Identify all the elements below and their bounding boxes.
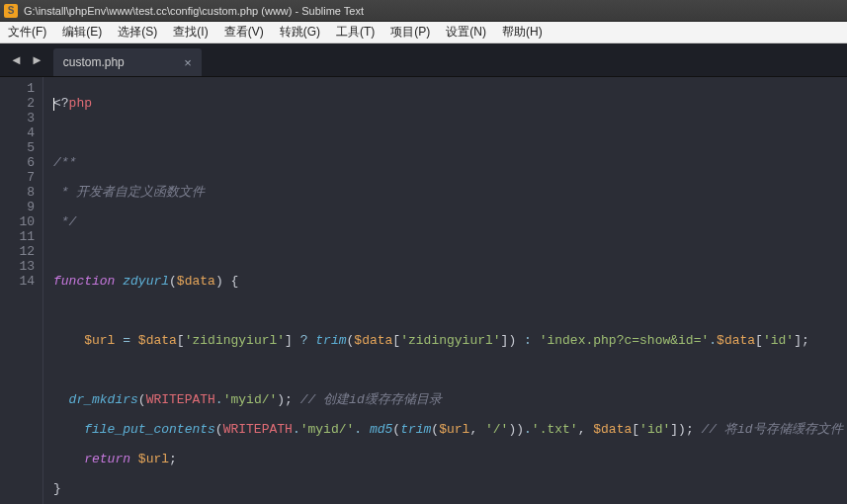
line-number-gutter: 1234567891011121314	[0, 77, 43, 504]
line-number: 3	[0, 111, 35, 126]
line-number: 10	[0, 214, 35, 229]
menu-prefs[interactable]: 设置(N)	[438, 22, 494, 43]
menu-view[interactable]: 查看(V)	[216, 22, 272, 43]
line-number: 6	[0, 155, 35, 170]
tab-nav: ◄ ►	[0, 42, 53, 76]
code-content[interactable]: <?php /** * 开发者自定义函数文件 */ function zdyur…	[43, 77, 843, 504]
window-title: G:\install\phpEnv\www\test.cc\config\cus…	[24, 5, 364, 17]
line-number: 13	[0, 259, 35, 274]
menu-file[interactable]: 文件(F)	[0, 22, 54, 43]
line-number: 11	[0, 229, 35, 244]
menu-find[interactable]: 查找(I)	[165, 22, 215, 43]
editor-area[interactable]: 1234567891011121314 <?php /** * 开发者自定义函数…	[0, 77, 847, 504]
line-number: 5	[0, 140, 35, 155]
tab-nav-back-icon[interactable]: ◄	[6, 52, 27, 67]
php-open-tag: <?	[53, 96, 69, 111]
comment: // 将id号存储缓存文件	[702, 422, 843, 437]
line-number: 9	[0, 200, 35, 214]
comment: */	[53, 214, 76, 229]
menu-project[interactable]: 项目(P)	[382, 22, 438, 43]
line-number: 1	[0, 81, 35, 96]
comment: /**	[53, 155, 76, 170]
comment: * 开发者自定义函数文件	[53, 185, 205, 200]
tab-custom-php[interactable]: custom.php ×	[53, 48, 202, 76]
line-number: 14	[0, 274, 35, 289]
line-number: 8	[0, 185, 35, 200]
title-bar: S G:\install\phpEnv\www\test.cc\config\c…	[0, 0, 847, 22]
line-number: 12	[0, 244, 35, 259]
line-number: 7	[0, 170, 35, 185]
menu-bar: 文件(F) 编辑(E) 选择(S) 查找(I) 查看(V) 转跳(G) 工具(T…	[0, 22, 847, 43]
tab-row: ◄ ► custom.php ×	[0, 43, 847, 77]
line-number: 2	[0, 96, 35, 111]
app-icon: S	[4, 4, 18, 18]
menu-tools[interactable]: 工具(T)	[328, 22, 382, 43]
tab-nav-forward-icon[interactable]: ►	[27, 52, 47, 67]
tab-close-icon[interactable]: ×	[166, 55, 192, 70]
menu-goto[interactable]: 转跳(G)	[272, 22, 328, 43]
line-number: 4	[0, 126, 35, 140]
comment: // 创建id缓存存储目录	[300, 392, 442, 407]
tab-label: custom.php	[63, 55, 125, 69]
menu-select[interactable]: 选择(S)	[110, 22, 165, 43]
menu-edit[interactable]: 编辑(E)	[54, 22, 110, 43]
menu-help[interactable]: 帮助(H)	[494, 22, 551, 43]
